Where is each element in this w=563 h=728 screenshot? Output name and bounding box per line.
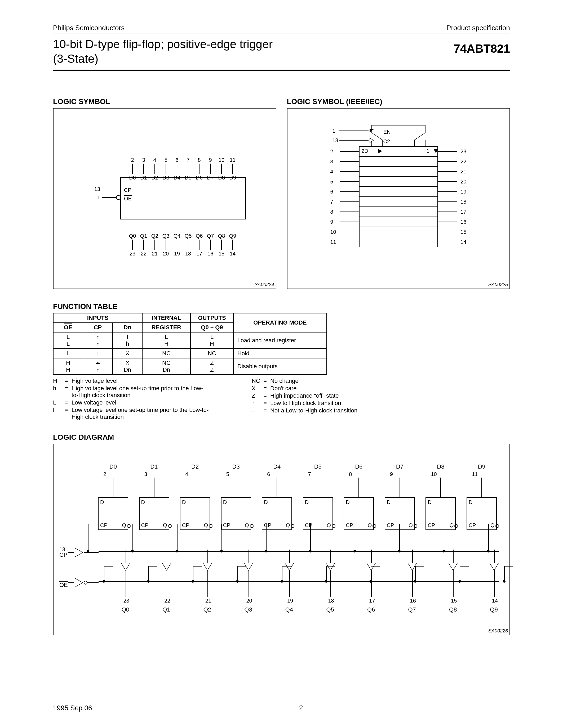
footer: 1995 Sep 06 2: [53, 704, 510, 712]
pin: Q320: [160, 233, 171, 257]
legend-row: h=High voltage level one set-up time pri…: [53, 385, 209, 399]
section-logic-symbol: LOGIC SYMBOL: [53, 97, 276, 106]
legend-row: Z=High impedance "off" state: [252, 392, 358, 399]
logic-diagram: D0 2 D CP Q 23 Q0 D1 3 D CP Q 22 Q1 D2 4: [53, 444, 510, 635]
pin: Q914: [227, 233, 238, 257]
flip-flop: D2 4 D CP Q 21 Q2: [178, 463, 212, 530]
pin: 5D3: [160, 157, 171, 181]
footer-page: 2: [299, 704, 303, 712]
part-number: 74ABT821: [454, 37, 510, 55]
pin: Q122: [138, 233, 149, 257]
pin: Q221: [149, 233, 160, 257]
header-bar: Philips Semiconductors Product specifica…: [53, 24, 510, 32]
pin: 2D0: [127, 157, 138, 181]
title-text: 10-bit D-type flip-flop; positive-edge t…: [53, 37, 272, 66]
pin: 7D5: [182, 157, 194, 181]
diagram-id: SA00224: [254, 282, 274, 287]
legend-row: H=High voltage level: [53, 378, 209, 384]
flip-flop: D9 11 D CP Q 14 Q9: [465, 463, 499, 530]
cp-input: 13 CP: [59, 546, 98, 558]
legend: H=High voltage levelh=High voltage level…: [53, 378, 510, 420]
register-row: 7 18: [360, 197, 437, 207]
flip-flop: D7 9 D CP Q 16 Q7: [383, 463, 417, 530]
doc-type: Product specification: [446, 24, 510, 32]
diagram-id: SA00225: [488, 282, 508, 287]
pin: 9D7: [205, 157, 216, 181]
logic-symbol-ieee-diagram: 113 ENC2 2 232D 1 3 224 215 206 197 188 …: [287, 108, 510, 289]
register-row: 3 22: [360, 157, 437, 167]
legend-row: NC=No change: [252, 378, 358, 384]
logic-symbol-diagram: 2D03D14D25D36D47D58D69D710D811D9 Q023Q12…: [53, 108, 276, 289]
legend-row: L=Low voltage level: [53, 399, 209, 406]
pin: 11D9: [227, 157, 238, 181]
register-row: 10 15: [360, 227, 437, 237]
legend-row: ↑=Low to High clock transition: [252, 400, 358, 407]
pin: Q617: [194, 233, 205, 257]
diagram-id: SA00226: [488, 628, 508, 634]
flip-flop: D1 3 D CP Q 22 Q1: [137, 463, 171, 530]
legend-row: l=Low voltage level one set-up time prio…: [53, 407, 209, 420]
pin: Q716: [205, 233, 216, 257]
flip-flop: D6 8 D CP Q 17 Q6: [342, 463, 376, 530]
section-logic-diagram: LOGIC DIAGRAM: [53, 433, 510, 442]
pin: 10D8: [216, 157, 227, 181]
register-row: 5 20: [360, 177, 437, 187]
rule-thick: [53, 70, 510, 71]
pin: 3D1: [138, 157, 149, 181]
flip-flop: D5 7 D CP Q 18 Q5: [301, 463, 335, 530]
register-row: 6 19: [360, 187, 437, 197]
register-row: 9 16: [360, 217, 437, 227]
register-row: 8 17: [360, 207, 437, 217]
pin: 4D2: [149, 157, 160, 181]
pin: Q419: [171, 233, 182, 257]
title-row: 10-bit D-type flip-flop; positive-edge t…: [53, 37, 510, 66]
section-function-table: FUNCTION TABLE: [53, 302, 510, 311]
pin: Q023: [127, 233, 138, 257]
pin: 6D4: [171, 157, 182, 181]
register-row: 4 21: [360, 167, 437, 177]
rule: [53, 34, 510, 34]
oe-input: 1 OE: [59, 577, 98, 588]
flip-flop: D4 6 D CP Q 19 Q4: [259, 463, 294, 530]
legend-row: X=Don't care: [252, 385, 358, 392]
footer-date: 1995 Sep 06: [53, 704, 92, 712]
flip-flop: D0 2 D CP Q 23 Q0: [96, 463, 130, 530]
pin: 8D6: [194, 157, 205, 181]
flip-flop: D3 5 D CP Q 20 Q3: [219, 463, 253, 530]
flip-flop: D8 10 D CP Q 15 Q8: [423, 463, 458, 530]
section-logic-symbol-ieee: LOGIC SYMBOL (IEEE/IEC): [287, 97, 510, 106]
pin: Q518: [182, 233, 194, 257]
register-row: 11 14: [360, 237, 437, 247]
legend-row: ↑=Not a Low-to-High clock transition: [252, 407, 358, 414]
datasheet-page: Philips Semiconductors Product specifica…: [0, 0, 563, 728]
company-name: Philips Semiconductors: [53, 24, 124, 32]
function-table: INPUTSINTERNALOUTPUTSOPERATING MODEOECPD…: [53, 313, 327, 375]
register-row: 2 232D 1: [360, 147, 437, 157]
pin: Q815: [216, 233, 227, 257]
